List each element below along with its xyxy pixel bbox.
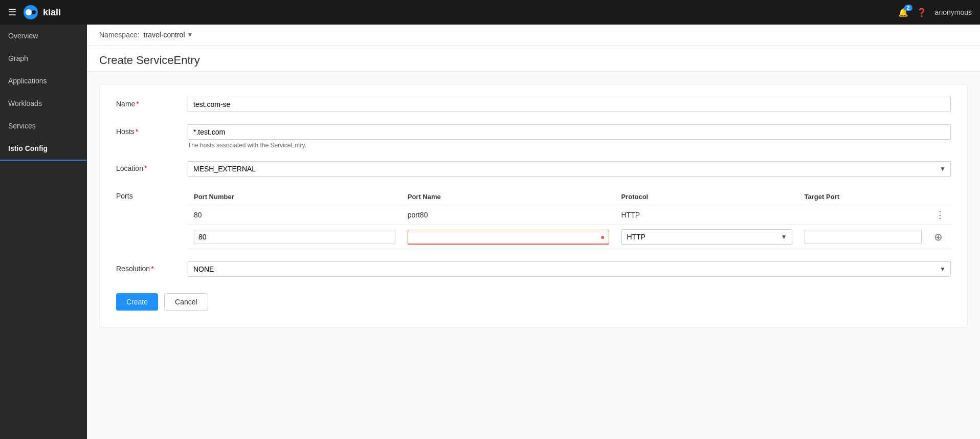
resolution-row: Resolution* NONE STATIC DNS ▼ xyxy=(116,261,951,277)
hosts-hint: The hosts associated with the ServiceEnt… xyxy=(188,142,951,149)
col-port-number-header: Port Number xyxy=(188,189,402,205)
sidebar-item-label: Workloads xyxy=(8,99,42,107)
new-row-add-cell: ⊕ xyxy=(928,225,951,249)
table-row-new: ● HTTP HTTPS GRPC xyxy=(188,225,951,249)
hosts-row: Hosts* The hosts associated with the Ser… xyxy=(116,124,951,149)
resolution-control-area: NONE STATIC DNS ▼ xyxy=(188,261,951,277)
col-port-name-header: Port Name xyxy=(402,189,615,205)
new-protocol-select[interactable]: HTTP HTTPS GRPC HTTP2 MONGO TCP TLS xyxy=(621,229,792,245)
resolution-required: * xyxy=(151,265,153,273)
ports-row: Ports Port Number Port Name xyxy=(116,189,951,249)
hosts-label: Hosts* xyxy=(116,124,188,136)
sidebar: Overview Graph Applications Workloads Se… xyxy=(0,25,87,439)
sidebar-item-applications[interactable]: Applications xyxy=(0,70,87,92)
resolution-select-wrapper: NONE STATIC DNS ▼ xyxy=(188,261,951,277)
location-select[interactable]: MESH_EXTERNAL MESH_INTERNAL xyxy=(188,161,951,177)
sidebar-item-label: Istio Config xyxy=(8,144,48,152)
cancel-button[interactable]: Cancel xyxy=(164,293,208,311)
new-port-number-input[interactable] xyxy=(194,230,395,244)
logo: kiali xyxy=(23,4,61,20)
protocol-cell: HTTP xyxy=(615,205,798,225)
page-title: Create ServiceEntry xyxy=(87,46,980,71)
location-select-wrapper: MESH_EXTERNAL MESH_INTERNAL ▼ xyxy=(188,161,951,177)
new-port-name-input[interactable] xyxy=(408,230,609,245)
port-number-value: 80 xyxy=(194,211,202,219)
location-label: Location* xyxy=(116,161,188,172)
name-row: Name* xyxy=(116,97,951,112)
namespace-bar: Namespace: travel-control ▼ xyxy=(87,25,980,46)
col-target-port-header: Target Port xyxy=(798,189,928,205)
sidebar-item-overview[interactable]: Overview xyxy=(0,25,87,47)
hosts-control-area: The hosts associated with the ServiceEnt… xyxy=(188,124,951,149)
layout: Overview Graph Applications Workloads Se… xyxy=(0,25,980,439)
location-row: Location* MESH_EXTERNAL MESH_INTERNAL ▼ xyxy=(116,161,951,177)
port-name-error-icon: ● xyxy=(600,233,605,241)
notification-badge: 2 xyxy=(904,5,912,11)
protocol-value: HTTP xyxy=(621,211,640,219)
new-target-port-input[interactable] xyxy=(805,230,922,244)
port-name-value: port80 xyxy=(408,211,428,219)
kiali-logo-icon xyxy=(23,4,39,20)
form-buttons: Create Cancel xyxy=(116,293,951,311)
new-protocol-cell: HTTP HTTPS GRPC HTTP2 MONGO TCP TLS xyxy=(615,225,798,249)
sidebar-item-label: Applications xyxy=(8,77,47,85)
namespace-label: Namespace: xyxy=(99,31,140,39)
port-number-cell: 80 xyxy=(188,205,402,225)
new-target-port-cell xyxy=(798,225,928,249)
hosts-required: * xyxy=(136,127,138,136)
logo-text: kiali xyxy=(43,7,61,18)
ports-label: Ports xyxy=(116,189,188,200)
main-content: Namespace: travel-control ▼ Create Servi… xyxy=(87,25,980,439)
ports-table: Port Number Port Name Protocol xyxy=(188,189,951,249)
name-input[interactable] xyxy=(188,97,951,112)
help-icon[interactable]: ❓ xyxy=(917,8,927,17)
col-protocol-header: Protocol xyxy=(615,189,798,205)
topbar-right: 🔔 2 ❓ anonymous xyxy=(898,8,972,17)
location-control-area: MESH_EXTERNAL MESH_INTERNAL ▼ xyxy=(188,161,951,177)
namespace-selector[interactable]: travel-control ▼ xyxy=(144,31,193,39)
namespace-value: travel-control xyxy=(144,31,185,39)
sidebar-item-label: Services xyxy=(8,122,36,130)
row-actions-cell: ⋮ xyxy=(928,205,951,225)
target-port-cell xyxy=(798,205,928,225)
sidebar-item-label: Overview xyxy=(8,32,38,40)
location-required: * xyxy=(144,164,147,172)
namespace-chevron-icon: ▼ xyxy=(187,31,193,38)
resolution-label: Resolution* xyxy=(116,261,188,273)
form-area: Name* Hosts* The hosts associated with t… xyxy=(87,71,980,439)
create-button[interactable]: Create xyxy=(116,293,158,311)
row-actions-icon[interactable]: ⋮ xyxy=(934,209,945,221)
sidebar-item-workloads[interactable]: Workloads xyxy=(0,92,87,115)
new-port-name-wrapper: ● xyxy=(408,230,609,245)
hosts-input[interactable] xyxy=(188,124,951,140)
svg-point-2 xyxy=(32,10,36,14)
new-port-number-cell xyxy=(188,225,402,249)
table-row: 80 port80 HTTP xyxy=(188,205,951,225)
port-name-cell: port80 xyxy=(402,205,615,225)
new-port-name-cell: ● xyxy=(402,225,615,249)
sidebar-item-services[interactable]: Services xyxy=(0,115,87,137)
add-row-icon[interactable]: ⊕ xyxy=(934,231,943,243)
name-label: Name* xyxy=(116,97,188,108)
sidebar-item-istio-config[interactable]: Istio Config xyxy=(0,137,87,161)
new-protocol-select-wrapper: HTTP HTTPS GRPC HTTP2 MONGO TCP TLS xyxy=(621,229,792,245)
user-name: anonymous xyxy=(935,8,972,16)
form-section: Name* Hosts* The hosts associated with t… xyxy=(99,84,968,327)
notification-bell[interactable]: 🔔 2 xyxy=(898,8,908,17)
hamburger-icon[interactable]: ☰ xyxy=(8,7,16,18)
svg-point-1 xyxy=(26,9,32,15)
name-control-area xyxy=(188,97,951,112)
sidebar-item-graph[interactable]: Graph xyxy=(0,47,87,70)
resolution-select[interactable]: NONE STATIC DNS xyxy=(188,261,951,277)
topbar: ☰ kiali 🔔 2 ❓ anonymous xyxy=(0,0,980,25)
sidebar-item-label: Graph xyxy=(8,54,28,62)
col-actions-header xyxy=(928,189,951,205)
name-required: * xyxy=(136,100,139,108)
ports-control-area: Port Number Port Name Protocol xyxy=(188,189,951,249)
